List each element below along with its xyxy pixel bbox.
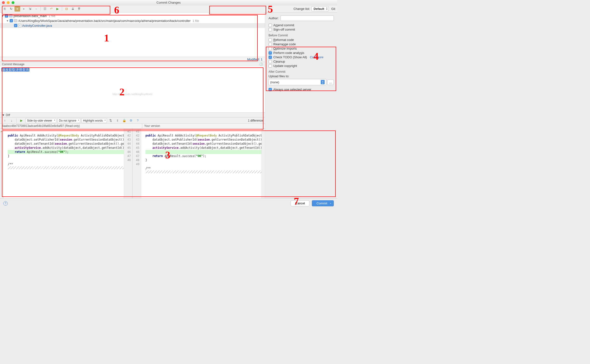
tree-root[interactable]: ▼ ✓ presentation.back_main 1 file	[0, 13, 265, 18]
group-by-icon[interactable]: ≡	[14, 6, 20, 12]
add-icon[interactable]: ＋	[21, 6, 26, 12]
help-diff-icon[interactable]: ?	[135, 118, 141, 123]
revert-icon[interactable]: ↶	[48, 6, 54, 12]
changes-tree: ▼ ✓ presentation.back_main 1 file ▼ ✓ /U…	[0, 13, 265, 57]
diff-count: 1 difference	[248, 119, 263, 122]
titlebar: Commit Changes	[0, 0, 337, 5]
ignore-whitespace-select[interactable]: Do not ignore	[57, 118, 80, 123]
cancel-button[interactable]: Cancel	[291, 200, 309, 206]
module-icon	[9, 14, 13, 17]
collapse-icon[interactable]: ⇊	[70, 6, 76, 12]
overview-ruler	[262, 129, 265, 198]
maximize-window-button[interactable]	[12, 1, 14, 4]
lock-icon[interactable]: 🔒	[121, 118, 127, 123]
minimize-window-button[interactable]	[7, 1, 10, 4]
history-icon[interactable]: 🕑	[259, 63, 263, 66]
settings-icon[interactable]: ⚙	[128, 118, 134, 123]
commit-message-label: Commit Message	[2, 63, 24, 66]
amend-commit-checkbox[interactable]: Amend commit	[269, 23, 334, 27]
modified-status: Modified: 1	[0, 57, 265, 62]
vcs-label: Git	[331, 7, 335, 11]
expand-all-icon[interactable]: ⊟	[64, 6, 69, 12]
author-label: Author:	[269, 16, 279, 20]
expand-icon[interactable]: ⇈	[76, 6, 82, 12]
configure-link[interactable]: Configure	[310, 55, 323, 59]
tree-path[interactable]: ▼ ✓ /Users/KingBoy/WorkSpace/Java/athena…	[0, 18, 265, 23]
show-diff-icon[interactable]: ⎘	[2, 6, 8, 12]
check-todo-checkbox[interactable]: ✓Check TODO (Show All)Configure	[269, 55, 334, 59]
diff-left-title: 8aabcc48e73708913adcae64b18fa692e8c6af97…	[0, 124, 123, 128]
before-commit-title: Before Commit	[269, 34, 334, 37]
window-title: Commit Changes	[157, 1, 181, 4]
viewer-mode-select[interactable]: Side-by-side viewer	[25, 118, 56, 123]
always-use-server-checkbox[interactable]: ✓Always use selected server	[269, 88, 334, 91]
change-list-label: Change list:	[294, 7, 310, 11]
checkbox-icon[interactable]: ✓	[14, 24, 17, 27]
folder-icon	[14, 19, 17, 22]
reformat-code-checkbox[interactable]: Reformat code	[269, 38, 334, 42]
jump-to-source-icon[interactable]: ▶	[19, 118, 24, 123]
move-icon[interactable]: ⇲	[27, 6, 33, 12]
upload-label: Upload files to:	[269, 74, 334, 78]
rearrange-code-checkbox[interactable]: Rearrange code	[269, 42, 334, 46]
watermark: http://blog.csdn.net/KingBoyWorld	[112, 93, 152, 96]
diff-section-header[interactable]: ▼Diff	[0, 113, 265, 117]
toolbar: ⎘ ↻ ≡ ＋ ⇲ － ☷ ↶ ▶ ⊟ ⇊ ⇈ Change list: Def…	[0, 5, 337, 13]
gutter-right: 41 42 43 44 45 46 47 48 49	[132, 129, 141, 198]
commit-message-input[interactable]: 修改获取详情查询 http://blog.csdn.net/KingBoyWor…	[0, 67, 265, 112]
upload-browse-button[interactable]: …	[327, 79, 334, 85]
code-analysis-checkbox[interactable]: ✓Perform code analysis	[269, 51, 334, 55]
gutter-left: 41 42 43 44 45 46 47 48	[124, 129, 132, 198]
close-window-button[interactable]	[2, 1, 5, 4]
next-diff-icon[interactable]: ↓	[9, 118, 14, 123]
diff-left-code[interactable]: public ApiResult AddActivity(@RequestBod…	[3, 129, 124, 198]
update-copyright-checkbox[interactable]: Update copyright	[269, 64, 334, 68]
refresh-icon[interactable]: ↻	[8, 6, 14, 12]
gutter-marker: ✓	[0, 129, 3, 198]
prev-diff-icon[interactable]: ↑	[2, 118, 8, 123]
commit-button[interactable]: Commit	[312, 200, 334, 206]
tree-file[interactable]: ✓ ActivityController.java	[0, 23, 265, 28]
list-icon[interactable]: ☷	[42, 6, 48, 12]
cleanup-checkbox[interactable]: Cleanup	[269, 60, 334, 63]
rollback-icon[interactable]: ▶	[55, 6, 60, 12]
java-file-icon	[18, 24, 21, 27]
signoff-commit-checkbox[interactable]: Sign-off commit	[269, 28, 334, 31]
change-list-select[interactable]: Default ▴▾	[311, 6, 329, 11]
upload-server-select[interactable]: (none) ▴▾	[269, 79, 326, 85]
help-icon[interactable]: ?	[3, 201, 8, 206]
remove-icon[interactable]: －	[33, 6, 39, 12]
highlight-mode-select[interactable]: Highlight words	[81, 118, 107, 123]
diff-right-code[interactable]: public ApiResult AddActivity(@RequestBod…	[141, 129, 262, 198]
checkbox-icon[interactable]: ✓	[10, 19, 13, 22]
after-commit-title: After Commit	[269, 70, 334, 73]
checkbox-icon[interactable]: ✓	[5, 14, 8, 18]
sync-scroll-icon[interactable]: ⫴	[115, 118, 120, 123]
diff-right-title: Your version	[142, 124, 265, 128]
optimize-imports-checkbox[interactable]: Optimize imports	[269, 47, 334, 50]
collapse-unchanged-icon[interactable]: ⇅	[108, 118, 114, 123]
author-input[interactable]	[281, 15, 334, 21]
